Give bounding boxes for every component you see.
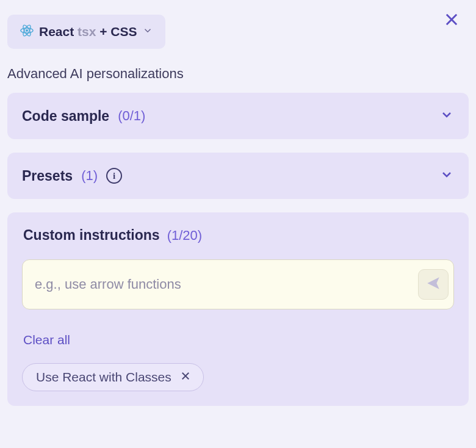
panel-count: (1)	[81, 168, 98, 184]
instruction-input-wrap	[22, 259, 454, 309]
panel-header-custom: Custom instructions (1/20)	[22, 227, 454, 244]
send-icon	[425, 275, 441, 294]
tags-row: Use React with Classes	[22, 363, 454, 391]
panel-title: Code sample	[22, 108, 109, 125]
panel-count: (1/20)	[167, 228, 202, 244]
close-button[interactable]	[442, 11, 461, 31]
close-icon	[443, 11, 460, 31]
close-icon	[180, 370, 191, 385]
chevron-down-icon	[142, 25, 153, 38]
tag-label: Use React with Classes	[36, 370, 171, 385]
submit-button[interactable]	[418, 269, 449, 300]
framework-selector[interactable]: React tsx + CSS	[7, 15, 165, 49]
clear-all-link[interactable]: Clear all	[23, 333, 70, 347]
svg-point-0	[26, 29, 28, 32]
framework-name: React	[39, 24, 74, 38]
panel-custom-instructions: Custom instructions (1/20) Clear all Use…	[7, 212, 469, 406]
panel-title: Custom instructions	[23, 227, 160, 244]
chevron-down-icon	[439, 107, 454, 125]
panel-header-presets[interactable]: Presets (1) i	[22, 167, 454, 184]
framework-label: React tsx + CSS	[39, 24, 137, 39]
framework-extra: CSS	[110, 24, 137, 38]
panel-code-sample: Code sample (0/1)	[7, 93, 469, 139]
panel-title: Presets	[22, 168, 73, 184]
instruction-input[interactable]	[35, 276, 418, 292]
tag-remove-button[interactable]	[180, 370, 191, 385]
panel-count: (0/1)	[118, 108, 145, 124]
react-icon	[20, 23, 34, 40]
section-title: Advanced AI personalizations	[7, 66, 469, 82]
chevron-down-icon	[439, 167, 454, 184]
framework-plus: +	[99, 24, 107, 38]
panel-header-code-sample[interactable]: Code sample (0/1)	[22, 107, 454, 125]
framework-ext: tsx	[78, 24, 96, 38]
panel-presets: Presets (1) i	[7, 153, 469, 199]
info-icon[interactable]: i	[106, 168, 122, 184]
instruction-tag: Use React with Classes	[22, 363, 204, 391]
